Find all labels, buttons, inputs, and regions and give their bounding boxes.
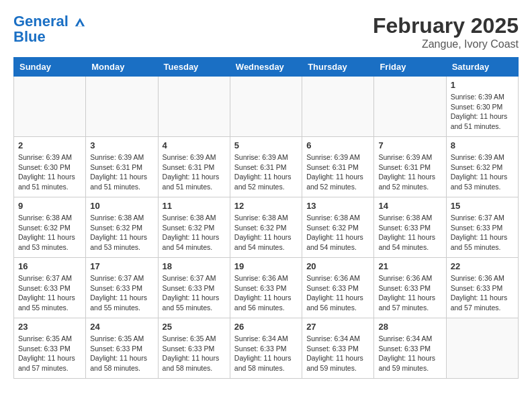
day-number: 11 [163, 201, 226, 211]
day-number: 2 [18, 140, 81, 150]
day-number: 15 [451, 201, 514, 211]
calendar-cell: 28Sunrise: 6:34 AM Sunset: 6:33 PM Dayli… [374, 318, 446, 379]
weekday-header: Saturday [446, 58, 518, 77]
day-info: Sunrise: 6:37 AM Sunset: 6:33 PM Dayligh… [451, 213, 514, 253]
day-info: Sunrise: 6:38 AM Sunset: 6:33 PM Dayligh… [378, 213, 441, 253]
day-number: 27 [306, 322, 369, 332]
day-number: 9 [18, 201, 81, 211]
calendar-cell: 3Sunrise: 6:39 AM Sunset: 6:31 PM Daylig… [86, 137, 158, 197]
calendar-cell: 11Sunrise: 6:38 AM Sunset: 6:32 PM Dayli… [158, 197, 230, 258]
month-title: February 2025 [373, 13, 519, 38]
calendar-cell: 2Sunrise: 6:39 AM Sunset: 6:30 PM Daylig… [14, 137, 86, 197]
day-number: 25 [163, 322, 226, 332]
weekday-header: Wednesday [230, 58, 302, 77]
calendar-cell: 20Sunrise: 6:36 AM Sunset: 6:33 PM Dayli… [302, 258, 374, 318]
day-number: 16 [18, 261, 81, 271]
day-info: Sunrise: 6:39 AM Sunset: 6:31 PM Dayligh… [378, 152, 441, 192]
day-number: 3 [90, 140, 153, 150]
day-info: Sunrise: 6:38 AM Sunset: 6:32 PM Dayligh… [306, 213, 369, 253]
logo: General Blue [13, 13, 86, 44]
day-number: 20 [306, 261, 369, 271]
day-info: Sunrise: 6:35 AM Sunset: 6:33 PM Dayligh… [18, 334, 81, 373]
day-info: Sunrise: 6:38 AM Sunset: 6:32 PM Dayligh… [234, 213, 298, 253]
day-info: Sunrise: 6:36 AM Sunset: 6:33 PM Dayligh… [306, 273, 369, 313]
day-info: Sunrise: 6:39 AM Sunset: 6:30 PM Dayligh… [18, 152, 81, 192]
day-info: Sunrise: 6:35 AM Sunset: 6:33 PM Dayligh… [90, 334, 153, 373]
day-info: Sunrise: 6:37 AM Sunset: 6:33 PM Dayligh… [90, 273, 153, 313]
day-number: 18 [163, 261, 226, 271]
calendar-header-row: SundayMondayTuesdayWednesdayThursdayFrid… [14, 58, 519, 77]
day-number: 12 [234, 201, 298, 211]
day-number: 24 [90, 322, 153, 332]
calendar-cell: 25Sunrise: 6:35 AM Sunset: 6:33 PM Dayli… [158, 318, 230, 379]
day-number: 22 [451, 261, 514, 271]
day-number: 19 [234, 261, 298, 271]
calendar-cell: 27Sunrise: 6:34 AM Sunset: 6:33 PM Dayli… [302, 318, 374, 379]
calendar-cell: 7Sunrise: 6:39 AM Sunset: 6:31 PM Daylig… [374, 137, 446, 197]
day-number: 4 [163, 140, 226, 150]
day-number: 5 [234, 140, 298, 150]
calendar-cell [158, 77, 230, 137]
calendar-cell: 4Sunrise: 6:39 AM Sunset: 6:31 PM Daylig… [158, 137, 230, 197]
day-info: Sunrise: 6:36 AM Sunset: 6:33 PM Dayligh… [451, 273, 514, 313]
day-info: Sunrise: 6:39 AM Sunset: 6:30 PM Dayligh… [451, 92, 514, 132]
calendar-week-row: 16Sunrise: 6:37 AM Sunset: 6:33 PM Dayli… [14, 258, 519, 318]
day-info: Sunrise: 6:34 AM Sunset: 6:33 PM Dayligh… [306, 334, 369, 373]
weekday-header: Tuesday [158, 58, 230, 77]
day-number: 1 [451, 80, 514, 90]
day-info: Sunrise: 6:39 AM Sunset: 6:31 PM Dayligh… [90, 152, 153, 192]
calendar-cell: 14Sunrise: 6:38 AM Sunset: 6:33 PM Dayli… [374, 197, 446, 258]
calendar-cell: 1Sunrise: 6:39 AM Sunset: 6:30 PM Daylig… [446, 77, 518, 137]
day-number: 8 [451, 140, 514, 150]
calendar-cell: 12Sunrise: 6:38 AM Sunset: 6:32 PM Dayli… [230, 197, 302, 258]
title-block: February 2025 Zangue, Ivory Coast [373, 13, 519, 50]
calendar-cell: 16Sunrise: 6:37 AM Sunset: 6:33 PM Dayli… [14, 258, 86, 318]
day-number: 6 [306, 140, 369, 150]
calendar-week-row: 23Sunrise: 6:35 AM Sunset: 6:33 PM Dayli… [14, 318, 519, 379]
day-info: Sunrise: 6:34 AM Sunset: 6:33 PM Dayligh… [378, 334, 441, 373]
calendar-cell [14, 77, 86, 137]
logo-blue: Blue [13, 30, 86, 44]
calendar-week-row: 9Sunrise: 6:38 AM Sunset: 6:32 PM Daylig… [14, 197, 519, 258]
day-info: Sunrise: 6:38 AM Sunset: 6:32 PM Dayligh… [18, 213, 81, 253]
calendar-cell: 22Sunrise: 6:36 AM Sunset: 6:33 PM Dayli… [446, 258, 518, 318]
day-info: Sunrise: 6:39 AM Sunset: 6:31 PM Dayligh… [163, 152, 226, 192]
day-number: 21 [378, 261, 441, 271]
day-number: 7 [378, 140, 441, 150]
page-header: General Blue February 2025 Zangue, Ivory… [13, 13, 519, 50]
calendar-cell: 10Sunrise: 6:38 AM Sunset: 6:32 PM Dayli… [86, 197, 158, 258]
calendar-cell: 17Sunrise: 6:37 AM Sunset: 6:33 PM Dayli… [86, 258, 158, 318]
calendar-cell: 8Sunrise: 6:39 AM Sunset: 6:32 PM Daylig… [446, 137, 518, 197]
day-info: Sunrise: 6:37 AM Sunset: 6:33 PM Dayligh… [18, 273, 81, 313]
calendar-cell [86, 77, 158, 137]
day-number: 23 [18, 322, 81, 332]
weekday-header: Friday [374, 58, 446, 77]
calendar-cell: 18Sunrise: 6:37 AM Sunset: 6:33 PM Dayli… [158, 258, 230, 318]
day-number: 14 [378, 201, 441, 211]
calendar-cell [374, 77, 446, 137]
calendar-cell: 24Sunrise: 6:35 AM Sunset: 6:33 PM Dayli… [86, 318, 158, 379]
day-number: 10 [90, 201, 153, 211]
calendar-cell: 6Sunrise: 6:39 AM Sunset: 6:31 PM Daylig… [302, 137, 374, 197]
day-number: 28 [378, 322, 441, 332]
calendar-cell: 5Sunrise: 6:39 AM Sunset: 6:31 PM Daylig… [230, 137, 302, 197]
calendar-cell: 19Sunrise: 6:36 AM Sunset: 6:33 PM Dayli… [230, 258, 302, 318]
weekday-header: Thursday [302, 58, 374, 77]
day-info: Sunrise: 6:38 AM Sunset: 6:32 PM Dayligh… [90, 213, 153, 253]
calendar-cell [302, 77, 374, 137]
calendar-cell: 21Sunrise: 6:36 AM Sunset: 6:33 PM Dayli… [374, 258, 446, 318]
weekday-header: Monday [86, 58, 158, 77]
day-info: Sunrise: 6:34 AM Sunset: 6:33 PM Dayligh… [234, 334, 298, 373]
calendar-cell [446, 318, 518, 379]
day-number: 17 [90, 261, 153, 271]
calendar-cell: 13Sunrise: 6:38 AM Sunset: 6:32 PM Dayli… [302, 197, 374, 258]
calendar-cell: 9Sunrise: 6:38 AM Sunset: 6:32 PM Daylig… [14, 197, 86, 258]
calendar-cell [230, 77, 302, 137]
calendar-cell: 15Sunrise: 6:37 AM Sunset: 6:33 PM Dayli… [446, 197, 518, 258]
day-info: Sunrise: 6:36 AM Sunset: 6:33 PM Dayligh… [378, 273, 441, 313]
calendar-week-row: 2Sunrise: 6:39 AM Sunset: 6:30 PM Daylig… [14, 137, 519, 197]
day-info: Sunrise: 6:37 AM Sunset: 6:33 PM Dayligh… [163, 273, 226, 313]
day-info: Sunrise: 6:39 AM Sunset: 6:31 PM Dayligh… [234, 152, 298, 192]
day-info: Sunrise: 6:36 AM Sunset: 6:33 PM Dayligh… [234, 273, 298, 313]
calendar-cell: 26Sunrise: 6:34 AM Sunset: 6:33 PM Dayli… [230, 318, 302, 379]
